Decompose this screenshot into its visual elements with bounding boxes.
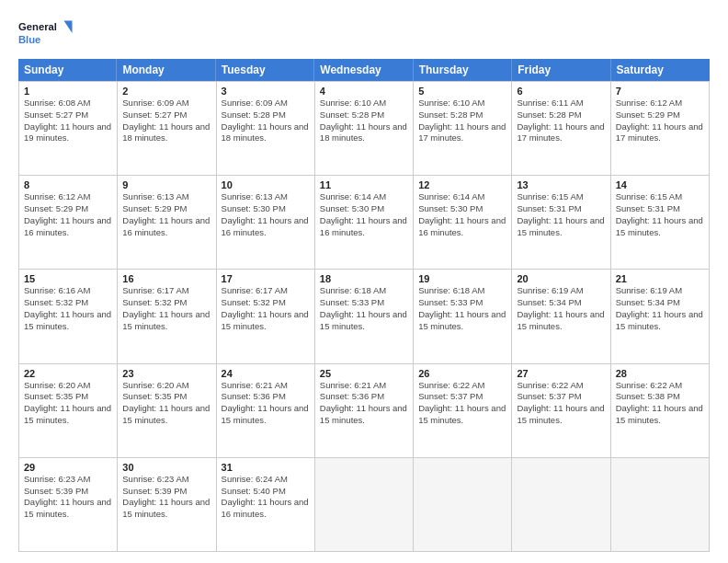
day-cell-18: 18 Sunrise: 6:18 AMSunset: 5:33 PMDaylig… bbox=[315, 270, 414, 363]
day-cell-16: 16 Sunrise: 6:17 AMSunset: 5:32 PMDaylig… bbox=[118, 270, 216, 363]
day-number: 19 bbox=[418, 273, 506, 284]
day-number: 14 bbox=[616, 179, 704, 190]
day-number: 2 bbox=[122, 86, 210, 97]
day-cell-1: 1 Sunrise: 6:08 AMSunset: 5:27 PMDayligh… bbox=[19, 82, 118, 176]
day-info: Sunrise: 6:23 AMSunset: 5:39 PMDaylight:… bbox=[122, 474, 210, 519]
week-row-4: 22 Sunrise: 6:20 AMSunset: 5:35 PMDaylig… bbox=[19, 364, 710, 458]
day-cell-20: 20 Sunrise: 6:19 AMSunset: 5:34 PMDaylig… bbox=[512, 270, 610, 363]
day-number: 12 bbox=[418, 179, 506, 190]
day-number: 13 bbox=[517, 179, 605, 190]
day-info: Sunrise: 6:17 AMSunset: 5:32 PMDaylight:… bbox=[222, 285, 309, 330]
calendar-header: SundayMondayTuesdayWednesdayThursdayFrid… bbox=[18, 59, 710, 81]
day-cell-9: 9 Sunrise: 6:13 AMSunset: 5:29 PMDayligh… bbox=[118, 176, 216, 270]
day-info: Sunrise: 6:20 AMSunset: 5:35 PMDaylight:… bbox=[24, 380, 111, 425]
day-info: Sunrise: 6:22 AMSunset: 5:37 PMDaylight:… bbox=[418, 380, 506, 425]
day-number: 11 bbox=[320, 179, 408, 190]
day-info: Sunrise: 6:11 AMSunset: 5:28 PMDaylight:… bbox=[517, 98, 604, 143]
day-cell-23: 23 Sunrise: 6:20 AMSunset: 5:35 PMDaylig… bbox=[118, 364, 216, 458]
day-info: Sunrise: 6:09 AMSunset: 5:27 PMDaylight:… bbox=[122, 98, 210, 143]
svg-text:General: General bbox=[18, 21, 57, 32]
day-number: 21 bbox=[616, 273, 704, 284]
day-number: 22 bbox=[24, 368, 112, 379]
day-cell-empty bbox=[315, 458, 414, 552]
day-info: Sunrise: 6:14 AMSunset: 5:30 PMDaylight:… bbox=[320, 191, 407, 236]
day-number: 1 bbox=[24, 86, 112, 97]
day-info: Sunrise: 6:08 AMSunset: 5:27 PMDaylight:… bbox=[24, 98, 111, 143]
day-info: Sunrise: 6:18 AMSunset: 5:33 PMDaylight:… bbox=[320, 285, 407, 330]
day-cell-12: 12 Sunrise: 6:14 AMSunset: 5:30 PMDaylig… bbox=[414, 176, 512, 270]
day-info: Sunrise: 6:24 AMSunset: 5:40 PMDaylight:… bbox=[222, 474, 309, 519]
day-number: 7 bbox=[616, 86, 704, 97]
day-cell-19: 19 Sunrise: 6:18 AMSunset: 5:33 PMDaylig… bbox=[414, 270, 512, 363]
day-header-wednesday: Wednesday bbox=[314, 59, 413, 81]
day-cell-21: 21 Sunrise: 6:19 AMSunset: 5:34 PMDaylig… bbox=[611, 270, 710, 363]
week-row-2: 8 Sunrise: 6:12 AMSunset: 5:29 PMDayligh… bbox=[19, 176, 710, 270]
calendar-body: 1 Sunrise: 6:08 AMSunset: 5:27 PMDayligh… bbox=[18, 81, 710, 552]
day-info: Sunrise: 6:12 AMSunset: 5:29 PMDaylight:… bbox=[24, 191, 111, 236]
day-cell-8: 8 Sunrise: 6:12 AMSunset: 5:29 PMDayligh… bbox=[19, 176, 118, 270]
day-number: 20 bbox=[517, 273, 605, 284]
week-row-3: 15 Sunrise: 6:16 AMSunset: 5:32 PMDaylig… bbox=[19, 270, 710, 363]
day-number: 31 bbox=[222, 462, 310, 473]
page-header: General Blue bbox=[18, 15, 710, 52]
day-cell-5: 5 Sunrise: 6:10 AMSunset: 5:28 PMDayligh… bbox=[414, 82, 512, 176]
day-number: 15 bbox=[24, 273, 112, 284]
day-cell-30: 30 Sunrise: 6:23 AMSunset: 5:39 PMDaylig… bbox=[118, 458, 216, 552]
day-number: 30 bbox=[122, 462, 210, 473]
day-cell-22: 22 Sunrise: 6:20 AMSunset: 5:35 PMDaylig… bbox=[19, 364, 118, 458]
svg-text:Blue: Blue bbox=[18, 34, 40, 45]
day-cell-empty bbox=[611, 458, 710, 552]
day-header-sunday: Sunday bbox=[18, 59, 117, 81]
day-number: 4 bbox=[320, 86, 408, 97]
day-number: 8 bbox=[24, 179, 112, 190]
day-cell-3: 3 Sunrise: 6:09 AMSunset: 5:28 PMDayligh… bbox=[217, 82, 315, 176]
day-header-thursday: Thursday bbox=[414, 59, 512, 81]
day-cell-15: 15 Sunrise: 6:16 AMSunset: 5:32 PMDaylig… bbox=[19, 270, 118, 363]
day-info: Sunrise: 6:15 AMSunset: 5:31 PMDaylight:… bbox=[517, 191, 604, 236]
day-info: Sunrise: 6:14 AMSunset: 5:30 PMDaylight:… bbox=[418, 191, 506, 236]
day-cell-empty bbox=[512, 458, 610, 552]
day-number: 24 bbox=[222, 368, 310, 379]
day-cell-11: 11 Sunrise: 6:14 AMSunset: 5:30 PMDaylig… bbox=[315, 176, 414, 270]
day-cell-27: 27 Sunrise: 6:22 AMSunset: 5:37 PMDaylig… bbox=[512, 364, 610, 458]
day-info: Sunrise: 6:12 AMSunset: 5:29 PMDaylight:… bbox=[616, 98, 703, 143]
calendar: SundayMondayTuesdayWednesdayThursdayFrid… bbox=[18, 59, 710, 552]
day-cell-26: 26 Sunrise: 6:22 AMSunset: 5:37 PMDaylig… bbox=[414, 364, 512, 458]
day-info: Sunrise: 6:10 AMSunset: 5:28 PMDaylight:… bbox=[418, 98, 506, 143]
day-cell-13: 13 Sunrise: 6:15 AMSunset: 5:31 PMDaylig… bbox=[512, 176, 610, 270]
day-info: Sunrise: 6:09 AMSunset: 5:28 PMDaylight:… bbox=[222, 98, 309, 143]
day-info: Sunrise: 6:22 AMSunset: 5:37 PMDaylight:… bbox=[517, 380, 604, 425]
day-info: Sunrise: 6:22 AMSunset: 5:38 PMDaylight:… bbox=[616, 380, 703, 425]
day-number: 16 bbox=[122, 273, 210, 284]
day-info: Sunrise: 6:10 AMSunset: 5:28 PMDaylight:… bbox=[320, 98, 407, 143]
day-cell-17: 17 Sunrise: 6:17 AMSunset: 5:32 PMDaylig… bbox=[217, 270, 315, 363]
logo-svg: General Blue bbox=[18, 15, 74, 52]
day-info: Sunrise: 6:13 AMSunset: 5:30 PMDaylight:… bbox=[222, 191, 309, 236]
day-number: 10 bbox=[222, 179, 310, 190]
week-row-1: 1 Sunrise: 6:08 AMSunset: 5:27 PMDayligh… bbox=[19, 82, 710, 176]
day-cell-7: 7 Sunrise: 6:12 AMSunset: 5:29 PMDayligh… bbox=[611, 82, 710, 176]
day-info: Sunrise: 6:21 AMSunset: 5:36 PMDaylight:… bbox=[320, 380, 407, 425]
day-cell-25: 25 Sunrise: 6:21 AMSunset: 5:36 PMDaylig… bbox=[315, 364, 414, 458]
day-number: 9 bbox=[122, 179, 210, 190]
day-info: Sunrise: 6:23 AMSunset: 5:39 PMDaylight:… bbox=[24, 474, 111, 519]
day-cell-4: 4 Sunrise: 6:10 AMSunset: 5:28 PMDayligh… bbox=[315, 82, 414, 176]
day-info: Sunrise: 6:13 AMSunset: 5:29 PMDaylight:… bbox=[122, 191, 210, 236]
day-number: 25 bbox=[320, 368, 408, 379]
day-cell-2: 2 Sunrise: 6:09 AMSunset: 5:27 PMDayligh… bbox=[118, 82, 216, 176]
day-header-saturday: Saturday bbox=[611, 59, 710, 81]
day-cell-28: 28 Sunrise: 6:22 AMSunset: 5:38 PMDaylig… bbox=[611, 364, 710, 458]
day-number: 3 bbox=[222, 86, 310, 97]
week-row-5: 29 Sunrise: 6:23 AMSunset: 5:39 PMDaylig… bbox=[19, 458, 710, 552]
day-info: Sunrise: 6:17 AMSunset: 5:32 PMDaylight:… bbox=[122, 285, 210, 330]
day-cell-14: 14 Sunrise: 6:15 AMSunset: 5:31 PMDaylig… bbox=[611, 176, 710, 270]
day-header-tuesday: Tuesday bbox=[216, 59, 314, 81]
day-cell-10: 10 Sunrise: 6:13 AMSunset: 5:30 PMDaylig… bbox=[217, 176, 315, 270]
day-info: Sunrise: 6:20 AMSunset: 5:35 PMDaylight:… bbox=[122, 380, 210, 425]
day-cell-29: 29 Sunrise: 6:23 AMSunset: 5:39 PMDaylig… bbox=[19, 458, 118, 552]
day-number: 5 bbox=[418, 86, 506, 97]
day-info: Sunrise: 6:19 AMSunset: 5:34 PMDaylight:… bbox=[517, 285, 604, 330]
day-cell-31: 31 Sunrise: 6:24 AMSunset: 5:40 PMDaylig… bbox=[217, 458, 315, 552]
day-cell-empty bbox=[414, 458, 512, 552]
day-info: Sunrise: 6:21 AMSunset: 5:36 PMDaylight:… bbox=[222, 380, 309, 425]
